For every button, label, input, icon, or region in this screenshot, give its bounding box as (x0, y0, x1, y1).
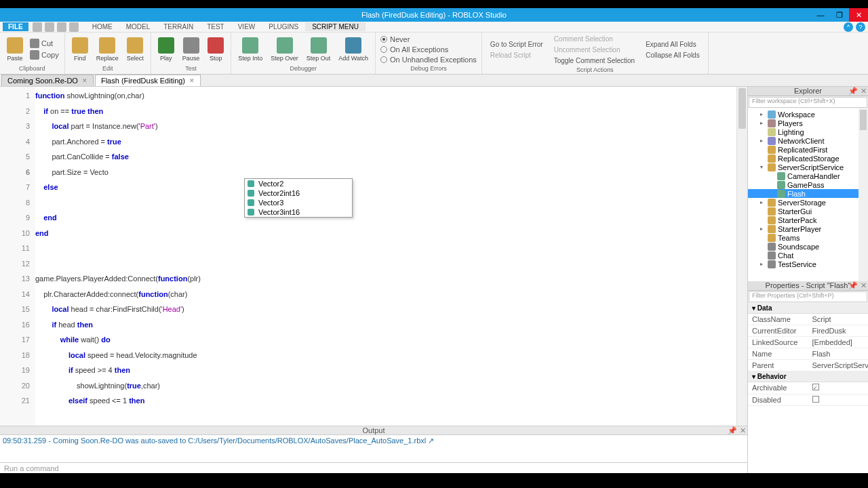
tree-node-starterpack[interactable]: StarterPack (748, 216, 868, 224)
step-out-button[interactable]: Step Out (304, 36, 334, 63)
minimize-button[interactable]: — (811, 8, 830, 22)
document-tabs: Coming Soon.Re-DO✕Flash (FiredDusk Editi… (0, 75, 868, 87)
stop-button[interactable]: Stop (205, 36, 226, 63)
command-bar[interactable]: Run a command (0, 462, 747, 473)
autocomplete-item[interactable]: Vector2int16 (245, 188, 352, 198)
ribbon-tab-test[interactable]: TEST (200, 22, 231, 31)
cut-button[interactable]: Cut (28, 38, 60, 49)
autocomplete-popup[interactable]: Vector2Vector2int16Vector3Vector3int16 (244, 178, 353, 218)
copy-button[interactable]: Copy (28, 49, 60, 60)
replace-button[interactable]: Replace (94, 36, 121, 63)
debug-error-option[interactable]: On Unhandled Exceptions (380, 55, 477, 64)
close-button[interactable]: ✕ (849, 8, 868, 22)
help-icon[interactable]: ? (856, 22, 865, 32)
prop-section[interactable]: ▾ Behavior (748, 371, 868, 382)
ribbon-tab-terrain[interactable]: TERRAIN (157, 22, 200, 31)
toggle-comment[interactable]: Toggle Comment Selection (550, 56, 639, 66)
document-tab[interactable]: Flash (FiredDusk Editing)✕ (95, 75, 201, 86)
tree-node-soundscape[interactable]: Soundscape (748, 242, 868, 251)
ribbon-tab-view[interactable]: VIEW (231, 22, 262, 31)
tree-node-camerahandler[interactable]: CameraHandler (748, 171, 868, 180)
ribbon-tab-plugins[interactable]: PLUGINS (262, 22, 305, 31)
prop-section[interactable]: ▾ Data (748, 303, 868, 314)
qat-undo-icon[interactable] (45, 22, 54, 32)
explorer-close-icon[interactable]: ✕ (861, 87, 867, 96)
tab-close-icon[interactable]: ✕ (82, 77, 87, 84)
explorer-pin-icon[interactable]: 📌 (848, 87, 858, 96)
qat-save-icon[interactable] (33, 22, 42, 32)
tab-close-icon[interactable]: ✕ (189, 77, 195, 84)
prop-row[interactable]: NameFlash (748, 348, 868, 360)
debug-error-option[interactable]: On All Exceptions (380, 45, 477, 54)
tree-node-starterplayer[interactable]: ▸StarterPlayer (748, 224, 868, 233)
tree-node-chat[interactable]: Chat (748, 251, 868, 260)
debug-error-option[interactable]: Never (380, 35, 477, 44)
output-close-icon[interactable]: ✕ (740, 426, 746, 435)
file-menu[interactable]: FILE (3, 22, 28, 31)
qat-redo-icon[interactable] (57, 22, 66, 32)
explorer-scrollbar[interactable] (859, 108, 868, 281)
ribbon-tab-home[interactable]: HOME (85, 22, 119, 31)
props-pin-icon[interactable]: 📌 (848, 281, 858, 290)
prop-row[interactable]: LinkedSource[Embedded] (748, 337, 868, 348)
maximize-button[interactable]: ❐ (830, 8, 849, 22)
reload-script[interactable]: Reload Script (486, 50, 547, 60)
code-editor[interactable]: 123456789101112131415161718192021 functi… (0, 87, 747, 426)
tree-node-teams[interactable]: Teams (748, 233, 868, 242)
select-button[interactable]: Select (124, 36, 146, 63)
properties-panel[interactable]: ▾ DataClassNameScriptCurrentEditorFiredD… (748, 303, 868, 473)
play-button[interactable]: Play (155, 36, 177, 63)
props-close-icon[interactable]: ✕ (861, 281, 867, 290)
autocomplete-item[interactable]: Vector3int16 (245, 207, 352, 217)
comment-selection[interactable]: Comment Selection (550, 34, 639, 44)
find-button[interactable]: Find (69, 36, 91, 63)
tree-node-testservice[interactable]: ▸TestService (748, 260, 868, 268)
autocomplete-item[interactable]: Vector3 (245, 198, 352, 207)
uncomment-selection[interactable]: Uncomment Selection (550, 45, 639, 55)
document-tab[interactable]: Coming Soon.Re-DO✕ (1, 75, 94, 86)
explorer-filter[interactable]: Filter workspace (Ctrl+Shift+X) (749, 97, 867, 108)
explorer-tree[interactable]: ▸Workspace▸PlayersLighting▸NetworkClient… (748, 108, 868, 281)
prop-row[interactable]: ParentServerScriptService (748, 360, 868, 371)
titlebar: Flash (FiredDusk Editing) - ROBLOX Studi… (0, 8, 868, 22)
properties-filter[interactable]: Filter Properties (Ctrl+Shift+P) (749, 291, 867, 302)
output-pin-icon[interactable]: 📌 (728, 426, 737, 435)
add-watch-button[interactable]: Add Watch (336, 36, 371, 63)
prop-row[interactable]: ClassNameScript (748, 314, 868, 325)
tree-node-networkclient[interactable]: ▸NetworkClient (748, 136, 868, 145)
editor-scrollbar[interactable] (736, 87, 747, 426)
goto-script-error[interactable]: Go to Script Error (486, 39, 547, 49)
qat-play-icon[interactable] (69, 22, 79, 32)
tree-node-replicatedfirst[interactable]: ReplicatedFirst (748, 145, 868, 154)
pause-button[interactable]: Pause (180, 36, 203, 63)
prop-row[interactable]: Archivable (748, 382, 868, 394)
tree-node-startergui[interactable]: StarterGui (748, 207, 868, 216)
explorer-header: Explorer 📌✕ (748, 87, 868, 96)
tree-node-serverscriptservice[interactable]: ▾ServerScriptService (748, 163, 868, 171)
ribbon-tab-model[interactable]: MODEL (119, 22, 157, 31)
ribbon-tab-script-menu[interactable]: SCRIPT MENU (305, 22, 366, 31)
tree-node-replicatedstorage[interactable]: ReplicatedStorage (748, 154, 868, 163)
tree-node-players[interactable]: ▸Players (748, 119, 868, 127)
tree-node-lighting[interactable]: Lighting (748, 127, 868, 136)
ribbon: Paste Cut Copy Clipboard Find Replace Se… (0, 33, 868, 75)
paste-button[interactable]: Paste (4, 36, 26, 63)
prop-row[interactable]: Disabled (748, 394, 868, 406)
autocomplete-item[interactable]: Vector2 (245, 179, 352, 188)
collapse-ribbon-icon[interactable]: ^ (844, 22, 853, 32)
step-into-button[interactable]: Step Into (235, 36, 265, 63)
output-header: Output 📌✕ (0, 426, 747, 435)
step-over-button[interactable]: Step Over (268, 36, 301, 63)
collapse-folds[interactable]: Collapse All Folds (642, 50, 703, 60)
window-title: Flash (FiredDusk Editing) - ROBLOX Studi… (361, 11, 507, 19)
prop-row[interactable]: CurrentEditorFiredDusk (748, 325, 868, 337)
line-gutter: 123456789101112131415161718192021 (0, 87, 35, 426)
expand-folds[interactable]: Expand All Folds (642, 39, 703, 49)
tree-node-serverstorage[interactable]: ▸ServerStorage (748, 198, 868, 207)
menubar: FILE HOMEMODELTERRAINTESTVIEWPLUGINSSCRI… (0, 22, 868, 33)
tree-node-workspace[interactable]: ▸Workspace (748, 110, 868, 119)
tree-node-gamepass[interactable]: GamePass (748, 180, 868, 189)
tree-node-flash[interactable]: Flash (748, 189, 868, 198)
properties-header: Properties - Script "Flash" 📌✕ (748, 281, 868, 291)
output-body[interactable]: 09:50:31.259 - Coming Soon.Re-DO was aut… (0, 435, 747, 462)
